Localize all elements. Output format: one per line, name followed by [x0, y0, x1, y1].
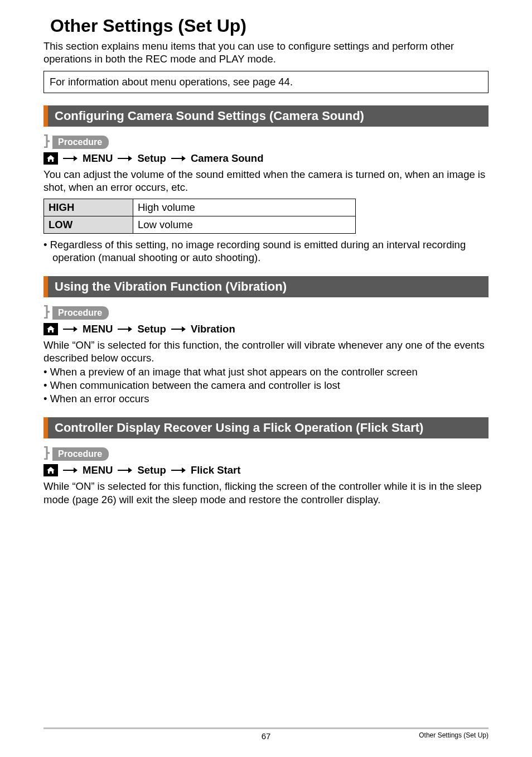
section-heading-vibration: Using the Vibration Function (Vibration) [43, 276, 489, 297]
page-footer: 67 Other Settings (Set Up) [43, 727, 489, 739]
list-item: Regardless of this setting, no image rec… [43, 238, 489, 264]
procedure-path: MENU Setup Flick Start [43, 464, 489, 476]
arrow-icon [171, 155, 186, 162]
home-icon [43, 464, 58, 476]
arrow-icon [62, 326, 78, 332]
procedure-tag: Procedure [52, 306, 109, 320]
procedure-bracket-icon [43, 134, 50, 150]
procedure-tag: Procedure [52, 447, 109, 461]
path-target: Flick Start [191, 464, 240, 476]
arrow-icon [117, 155, 133, 162]
event-list: When a preview of an image that what jus… [43, 365, 489, 405]
procedure-label-row: Procedure [43, 305, 489, 321]
path-setup: Setup [137, 464, 166, 476]
arrow-icon [117, 326, 133, 332]
option-value: High volume [133, 199, 356, 216]
procedure-path: MENU Setup Camera Sound [43, 152, 489, 165]
path-target: Vibration [191, 323, 235, 335]
table-row: LOW Low volume [44, 216, 356, 233]
home-icon [43, 323, 58, 335]
arrow-icon [171, 326, 186, 332]
list-item: When communication between the camera an… [43, 379, 489, 392]
path-menu: MENU [83, 323, 113, 335]
section-desc: While “ON” is selected for this function… [43, 480, 489, 505]
path-setup: Setup [137, 323, 166, 335]
info-note: For information about menu operations, s… [43, 71, 489, 93]
path-menu: MENU [83, 152, 113, 165]
path-setup: Setup [137, 152, 166, 165]
section-desc: You can adjust the volume of the sound e… [43, 168, 489, 194]
options-table: HIGH High volume LOW Low volume [43, 199, 356, 234]
path-menu: MENU [83, 464, 113, 476]
option-key: LOW [44, 216, 133, 233]
section-heading-flick-start: Controller Display Recover Using a Flick… [43, 417, 489, 438]
arrow-icon [62, 467, 78, 474]
note-list: Regardless of this setting, no image rec… [43, 238, 489, 264]
table-row: HIGH High volume [44, 199, 356, 216]
procedure-label-row: Procedure [43, 134, 489, 150]
list-item: When an error occurs [43, 392, 489, 405]
option-value: Low volume [133, 216, 356, 233]
procedure-tag: Procedure [52, 136, 109, 149]
option-key: HIGH [44, 199, 133, 216]
list-item: When a preview of an image that what jus… [43, 365, 489, 378]
path-target: Camera Sound [191, 152, 264, 165]
page-number: 67 [43, 731, 489, 741]
page-title: Other Settings (Set Up) [50, 16, 489, 36]
section-heading-camera-sound: Configuring Camera Sound Settings (Camer… [43, 105, 489, 127]
intro-text: This section explains menu items that yo… [43, 40, 489, 65]
procedure-bracket-icon [43, 446, 50, 462]
home-icon [43, 152, 58, 165]
section-desc: While “ON” is selected for this function… [43, 339, 489, 364]
procedure-label-row: Procedure [43, 446, 489, 462]
arrow-icon [171, 467, 186, 474]
procedure-path: MENU Setup Vibration [43, 323, 489, 335]
procedure-bracket-icon [43, 305, 50, 321]
arrow-icon [117, 467, 133, 474]
arrow-icon [62, 155, 78, 162]
